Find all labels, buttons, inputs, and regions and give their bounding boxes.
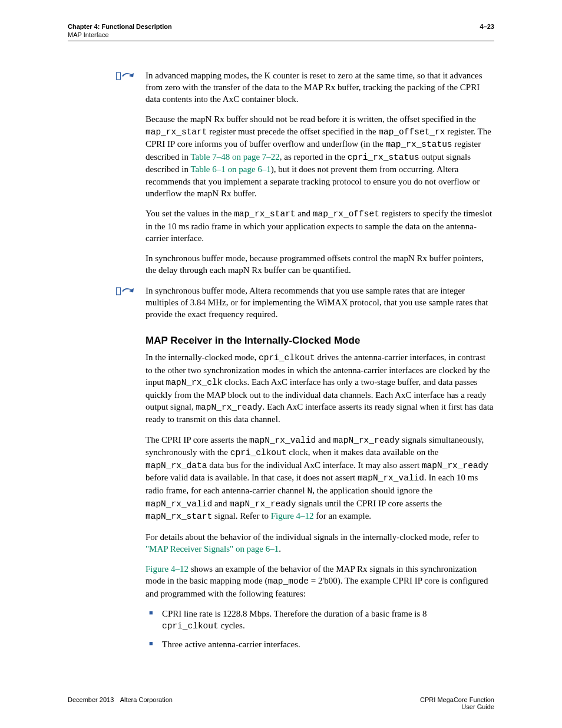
cross-ref-link[interactable]: Table 7–48 on page 7–22 [190,152,279,162]
paragraph: Figure 4–12 shows an example of the beha… [146,563,494,599]
paragraph: In the internally-clocked mode, cpri_clk… [146,351,494,425]
page-header: Chapter 4: Functional Description MAP In… [68,22,494,39]
text: You set the values in the [146,209,234,218]
signal-name: cpri_clkout [162,621,219,631]
text: clock, when it makes data available on t… [286,447,438,457]
body-content: In advanced mapping modes, the K counter… [146,70,494,651]
cross-ref-link[interactable]: Figure 4–12 [271,511,314,521]
text: register must precede the offset specifi… [207,127,378,136]
text: , as reported in the [280,152,348,162]
signal-name: mapN_rx_valid [146,499,212,509]
signal-name: mapN_rx_valid [249,436,316,445]
register-name: map_mode [267,577,309,586]
paragraph: In advanced mapping modes, the K counter… [146,70,494,106]
paragraph: Because the mapN Rx buffer should not be… [146,113,494,199]
text: and [212,499,229,508]
paragraph: In synchronous buffer mode, Altera recom… [146,285,494,321]
section-label: MAP Interface [68,31,172,39]
text: Three active antenna-carrier interfaces. [162,640,300,649]
text: In the internally-clocked mode, [146,353,259,362]
page-number: 4–23 [480,22,494,39]
footer-left: December 2013 Altera Corporation [68,696,173,710]
text: data bus for the individual AxC interfac… [207,460,421,470]
note-pointer-icon [116,71,136,81]
text: and [316,435,333,444]
text: signal. Refer to [212,511,271,521]
text: signals until the CPRI IP core asserts t… [296,499,442,508]
text: , the application should ignore the [312,486,432,495]
paragraph: For details about the behavior of the in… [146,531,494,555]
register-name: map_rx_start [146,127,207,137]
paragraph: The CPRI IP core asserts the mapN_rx_val… [146,434,494,523]
register-name: map_rx_status [385,140,452,149]
svg-rect-0 [117,73,121,80]
signal-name: N [307,486,312,496]
signal-name: mapN_rx_ready [196,403,262,412]
text: for an example. [314,511,371,521]
text: cycles. [219,621,245,630]
chapter-label: Chapter 4: Functional Description [68,22,172,31]
footer-doc-title: CPRI MegaCore Function [420,696,494,703]
footer-right: CPRI MegaCore Function User Guide [420,696,494,710]
signal-name: cpri_clkout [230,448,287,457]
footer-doc-sub: User Guide [420,703,494,710]
register-name: map_rx_start [234,209,295,219]
signal-name: mapN_rx_ready [422,461,488,470]
note-pointer-icon [116,286,136,297]
header-rule [68,41,494,41]
signal-name: cpri_clkout [259,353,315,363]
signal-name: mapN_rx_data [146,461,207,470]
text: Because the mapN Rx buffer should not be… [146,114,476,124]
text: For details about the behavior of the in… [146,532,479,542]
register-name: map_offset_rx [378,127,445,137]
paragraph: In synchronous buffer mode, because prog… [146,252,494,276]
text: CPRI line rate is 1228.8 Mbps. Therefore… [162,609,427,618]
cross-ref-link[interactable]: Figure 4–12 [146,564,189,574]
cross-ref-link[interactable]: Table 6–1 on page 6–1 [190,164,270,174]
signal-name: mapN_rx_ready [333,436,399,445]
register-name: cpri_rx_status [348,153,419,162]
section-heading: MAP Receiver in the Internally-Clocked M… [146,334,494,348]
text: The CPRI IP core asserts the [146,435,249,444]
signal-name: mapN_rx_start [146,512,212,521]
signal-name: mapN_rx_ready [229,499,296,509]
list-item: CPRI line rate is 1228.8 Mbps. Therefore… [146,608,494,633]
text: . [279,544,281,554]
signal-name: mapN_rx_clk [166,378,223,387]
signal-name: mapN_rx_valid [358,473,424,483]
register-name: map_rx_offset [313,209,379,219]
list-item: Three active antenna-carrier interfaces. [146,638,494,650]
page-footer: December 2013 Altera Corporation CPRI Me… [68,696,494,710]
svg-rect-1 [117,288,121,295]
paragraph: You set the values in the map_rx_start a… [146,207,494,244]
cross-ref-link[interactable]: "MAP Receiver Signals" on page 6–1 [146,544,279,554]
text: before valid data is available. In that … [146,473,358,482]
text: and [296,209,313,218]
bullet-list: CPRI line rate is 1228.8 Mbps. Therefore… [146,608,494,650]
